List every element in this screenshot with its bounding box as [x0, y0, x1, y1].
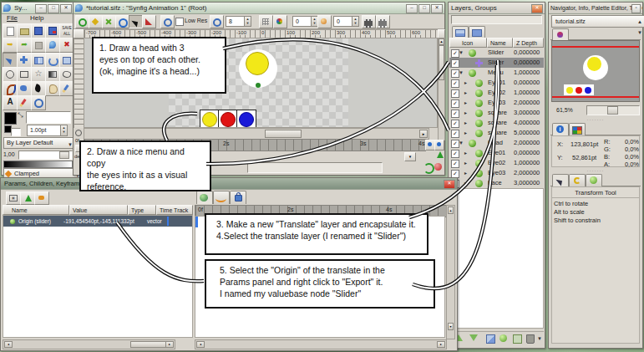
menu-eye-yellow[interactable]: [202, 112, 217, 127]
layer-visible-checkbox[interactable]: ✓: [451, 150, 459, 158]
layer-visible-checkbox[interactable]: ✓: [451, 89, 459, 98]
rectangle-tool-button[interactable]: [17, 67, 32, 82]
delete-layer-button[interactable]: [526, 334, 535, 344]
canvas-hscrollbar[interactable]: ▸: [84, 128, 429, 140]
duplicate-layer-button[interactable]: [486, 334, 495, 344]
layer-row-slider-0[interactable]: ✓▼Slider0,000000: [449, 48, 544, 58]
about-button[interactable]: [45, 38, 60, 53]
outline-color-swatch[interactable]: [26, 111, 71, 124]
menu-file[interactable]: File: [7, 14, 18, 22]
param-row-origin[interactable]: Origin (slider) -191,454540pt,-145,11133…: [3, 216, 192, 227]
stop-render-icon[interactable]: [434, 163, 442, 171]
layer-expand-toggle[interactable]: ▼: [459, 138, 464, 148]
palette-button[interactable]: [273, 15, 287, 28]
cut-button[interactable]: [31, 38, 46, 53]
tab-info[interactable]: i: [552, 123, 569, 135]
opacity-slider[interactable]: [18, 150, 73, 160]
params-column-type[interactable]: Type: [128, 205, 156, 215]
width-tool-button[interactable]: [17, 81, 32, 96]
layers-menu-dropdown[interactable]: ▼: [537, 336, 542, 341]
layer-expand-toggle[interactable]: ▸: [464, 168, 467, 178]
maximize-button[interactable]: □: [48, 4, 59, 13]
params-key-button[interactable]: [34, 191, 49, 205]
canvas-maximize-button[interactable]: □: [418, 4, 430, 13]
tab-history[interactable]: [569, 174, 586, 186]
layer-row-square-6[interactable]: ✓▸square3,000000: [449, 108, 544, 118]
fill-color-swatch[interactable]: [4, 112, 17, 125]
onion-skin-button[interactable]: [317, 15, 332, 28]
mirror-tool-button[interactable]: [31, 53, 46, 68]
layer-row-eye03-5[interactable]: ✓▸Eye032,000000: [449, 98, 544, 108]
params-column-name[interactable]: Name: [3, 205, 69, 215]
timetrack-vscrollbar[interactable]: ▴ ▾: [446, 205, 455, 339]
fit-canvas-magnifier-icon[interactable]: [75, 130, 82, 136]
refresh-icon[interactable]: [423, 163, 434, 174]
gradient-preview[interactable]: [3, 161, 73, 168]
layer-expand-toggle[interactable]: ▸: [464, 128, 467, 138]
params-titlebar[interactable]: Params, Children, Keyframes, Timetrack, …: [1, 178, 457, 190]
layer-expand-toggle[interactable]: ▸: [464, 118, 467, 128]
new-file-button[interactable]: [3, 23, 18, 38]
past-onion-spinner[interactable]: 0▲▼: [292, 16, 318, 27]
canvas-minimize-button[interactable]: –: [406, 4, 418, 13]
render-options-button[interactable]: [362, 15, 376, 28]
grid-toggle-button[interactable]: [259, 15, 273, 28]
text-tool-button[interactable]: A: [3, 95, 18, 110]
rotate-tool-button[interactable]: [45, 53, 60, 68]
zoom-in-button[interactable]: [210, 15, 224, 28]
quality-spinner[interactable]: 8▲▼: [226, 16, 251, 27]
layer-expand-toggle[interactable]: ▼: [459, 48, 464, 58]
params-column-timetrack[interactable]: Time Track: [156, 205, 193, 215]
brush-width-field[interactable]: 1.00pt▲▼: [27, 125, 68, 136]
menu-eye-blue[interactable]: [239, 112, 254, 127]
layer-visible-checkbox[interactable]: ✓: [451, 110, 459, 118]
star-tool-button[interactable]: ☆: [31, 67, 46, 82]
timetrack-mini-dropdown[interactable]: ▾: [404, 152, 416, 161]
layer-visible-checkbox[interactable]: ✓: [451, 130, 459, 138]
navigator-titlebar[interactable]: Navigator, Info, Palette Editor, Tool O.…: [549, 3, 642, 14]
head-eye-yellow[interactable]: [246, 52, 269, 75]
zoom-out-button[interactable]: [160, 15, 175, 28]
tab-navigator[interactable]: [552, 28, 569, 40]
redo-button[interactable]: ➦: [17, 38, 32, 53]
tab-tool-options[interactable]: [552, 174, 569, 186]
gradient-tool-button[interactable]: [45, 67, 60, 82]
fill-tool-button[interactable]: [31, 81, 46, 96]
tab-palette-editor[interactable]: [569, 123, 586, 135]
menu-help[interactable]: Help: [30, 14, 43, 22]
arrow-mode-button[interactable]: [129, 15, 143, 28]
future-lock-icon-button[interactable]: [434, 140, 444, 150]
navigator-preview[interactable]: [551, 40, 640, 102]
status-field[interactable]: [247, 162, 383, 173]
params-close-button[interactable]: ✕: [444, 180, 455, 189]
past-keyframe-lock-button[interactable]: [89, 15, 103, 28]
future-onion-spinner[interactable]: 0▲▼: [333, 16, 359, 27]
group-layer-button[interactable]: [499, 334, 507, 342]
spline-tool-button[interactable]: [3, 81, 18, 96]
canvas-file-dropdown[interactable]: tutorial.sifz▲▼: [551, 15, 644, 28]
head-green-dot[interactable]: [256, 83, 261, 88]
swap-colors-icon[interactable]: ⤡: [18, 111, 23, 120]
layer-expand-toggle[interactable]: ▸: [464, 78, 467, 88]
save-as-button[interactable]: [45, 23, 60, 38]
menu-eye-red[interactable]: [221, 112, 236, 127]
minimize-button[interactable]: –: [35, 4, 47, 13]
circle-tool-button[interactable]: [3, 67, 18, 82]
layer-expand-toggle[interactable]: ▸: [464, 148, 467, 158]
tab-groups-options[interactable]: [586, 174, 602, 186]
low-res-checkbox[interactable]: [175, 18, 184, 26]
layer-row-head-9[interactable]: ✓▼Head2,000000: [449, 138, 544, 148]
layer-row-eye02-4[interactable]: ✓▸Eye021,000000: [449, 88, 544, 98]
smooth-move-tool-button[interactable]: [17, 53, 32, 68]
navigator-zoom-slider[interactable]: [586, 105, 640, 115]
layer-row-eye01-10[interactable]: ✓▸Eye010,000000: [449, 148, 544, 158]
layer-expand-toggle[interactable]: ▸: [464, 108, 467, 118]
canvas-vscrollbar[interactable]: ▲: [438, 38, 445, 140]
layer-row-eye01-3[interactable]: ✓▸Eye010,000000: [449, 78, 544, 88]
navigator-close-button[interactable]: ▫: [631, 4, 641, 13]
zoom-tool-button[interactable]: [31, 95, 46, 110]
layer-row-eye03-12[interactable]: ✓▸Eye032,000000: [449, 168, 544, 178]
open-file-button[interactable]: [17, 23, 32, 38]
encapsulate-layer-button[interactable]: [513, 334, 522, 344]
save-button[interactable]: [31, 23, 46, 38]
